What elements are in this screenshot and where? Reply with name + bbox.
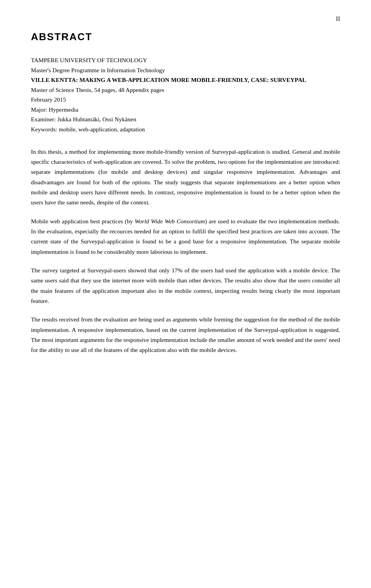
paragraph-1: In this thesis, a method for implementin…: [31, 147, 340, 208]
page-container: II ABSTRACT TAMPERE UNIVERSITY OF TECHNO…: [0, 0, 371, 588]
university-line: TAMPERE UNIVERSITY OF TECHNOLOGY: [31, 55, 340, 65]
paragraph-4: The results received from the evaluation…: [31, 314, 340, 355]
meta-block: TAMPERE UNIVERSITY OF TECHNOLOGY Master'…: [31, 55, 340, 134]
keywords-line: Keywords: mobile, web-application, adapt…: [31, 124, 340, 134]
thesis-info-line: Master of Science Thesis, 54 pages, 48 A…: [31, 85, 340, 95]
major-line: Major: Hypermedia: [31, 105, 340, 115]
paragraph-3: The survey targeted at Surveypal-users s…: [31, 265, 340, 306]
paragraph-3-text: The survey targeted at Surveypal-users s…: [31, 267, 340, 304]
abstract-title: ABSTRACT: [31, 31, 340, 43]
page-number: II: [336, 15, 340, 22]
programme-line: Master's Degree Programme in Information…: [31, 65, 340, 75]
paragraph-1-text: In this thesis, a method for implementin…: [31, 148, 340, 206]
examiner-line: Examiner: Jukka Huhtamäki, Ossi Nykänen: [31, 114, 340, 124]
paragraph-4-text: The results received from the evaluation…: [31, 316, 340, 353]
paragraph-2-before-italic: Mobile web application best practices (b…: [31, 218, 134, 224]
paragraph-2-italic: World Wide Web Consortium: [134, 218, 205, 224]
date-line: February 2015: [31, 95, 340, 105]
paragraph-2: Mobile web application best practices (b…: [31, 216, 340, 257]
thesis-title-line: VILLE KENTTA: MAKING A WEB-APPLICATION M…: [31, 75, 340, 85]
